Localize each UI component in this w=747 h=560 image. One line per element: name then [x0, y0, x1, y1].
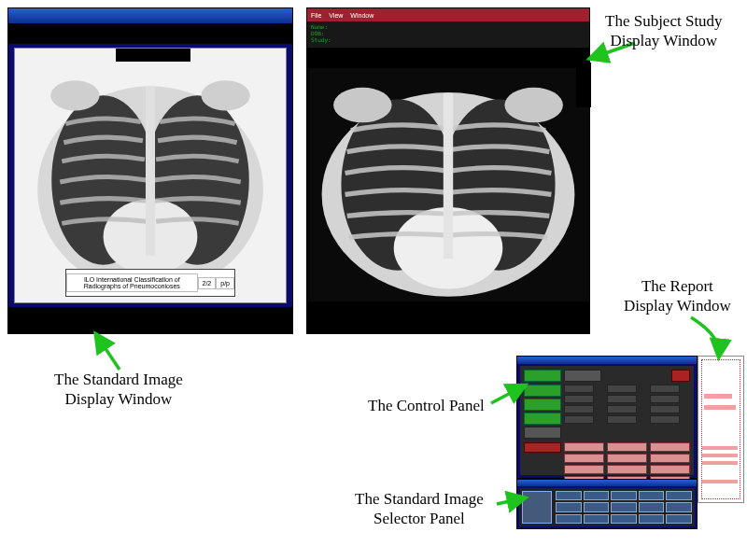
subject-study-display-window: File View Window Name: DOB: Study: [306, 7, 590, 334]
checkbox-row[interactable] [607, 415, 637, 424]
menu-item[interactable]: View [329, 12, 343, 19]
selector-cell[interactable] [556, 514, 582, 524]
selector-cell[interactable] [666, 502, 692, 511]
label-standard-image-selector: The Standard Image Selector Panel [355, 489, 484, 529]
value-field[interactable] [564, 465, 604, 474]
checkbox-row[interactable] [564, 395, 594, 403]
xray-film-standard: ILO International Classification of Radi… [14, 48, 287, 303]
selector-cell[interactable] [584, 502, 610, 511]
control-button[interactable] [524, 427, 561, 439]
checkbox-row[interactable] [650, 415, 680, 424]
redaction-bar [116, 49, 190, 62]
control-button[interactable] [564, 370, 601, 382]
report-mark [702, 480, 738, 483]
value-field[interactable] [650, 454, 690, 463]
report-mark [702, 461, 738, 465]
report-display-window [698, 356, 744, 503]
standard-image-display-window: ILO International Classification of Radi… [7, 7, 293, 334]
label-control-panel: The Control Panel [368, 396, 485, 415]
control-button[interactable] [671, 370, 690, 382]
control-button[interactable] [524, 442, 561, 453]
selector-cell[interactable] [556, 502, 582, 511]
svg-rect-5 [146, 86, 155, 255]
menu-item[interactable]: File [311, 12, 321, 19]
selector-cell[interactable] [556, 491, 582, 500]
report-mark [704, 394, 732, 399]
svg-point-15 [504, 88, 562, 122]
film-footer-strip: ILO International Classification of Radi… [65, 269, 235, 297]
window-titlebar [8, 8, 292, 23]
footer-code: 2/2 [198, 277, 217, 289]
selector-cell[interactable] [611, 502, 637, 511]
value-field[interactable] [564, 454, 604, 463]
svg-point-14 [333, 88, 392, 122]
label-report-display: The Report Display Window [624, 276, 731, 316]
value-field[interactable] [607, 442, 647, 452]
control-button[interactable] [524, 399, 561, 411]
info-line: Study: [311, 36, 585, 43]
letterbox-bottom [307, 301, 589, 333]
diagram-stage: ILO International Classification of Radi… [0, 0, 747, 560]
value-field[interactable] [650, 465, 690, 474]
label-standard-image-display: The Standard Image Display Window [54, 370, 183, 410]
svg-point-6 [50, 80, 99, 110]
footer-text: ILO International Classification of Radi… [66, 273, 198, 292]
control-button[interactable] [524, 385, 561, 397]
control-button[interactable] [524, 413, 561, 425]
chest-xray-icon [307, 68, 589, 301]
checkbox-row[interactable] [650, 395, 680, 403]
selector-thumbnail[interactable] [522, 491, 552, 524]
letterbox-bottom [8, 307, 292, 333]
label-subject-study-display: The Subject Study Display Window [605, 11, 723, 51]
checkbox-row[interactable] [650, 405, 680, 413]
standard-image-selector-panel [516, 479, 698, 529]
svg-line-17 [97, 336, 120, 370]
value-field[interactable] [607, 465, 647, 474]
report-mark [702, 454, 738, 457]
side-marker-tab [576, 63, 591, 107]
checkbox-row[interactable] [607, 395, 637, 403]
info-line: DOB: [311, 30, 585, 36]
svg-point-7 [201, 80, 249, 110]
selector-body [519, 488, 695, 526]
checkbox-row[interactable] [564, 385, 594, 393]
footer-quality: p/p [216, 277, 234, 289]
window-titlebar [517, 480, 697, 486]
selector-cell[interactable] [611, 491, 637, 500]
checkbox-row[interactable] [607, 405, 637, 413]
svg-rect-13 [444, 93, 453, 259]
chest-xray-icon [15, 49, 286, 302]
window-menubar: File View Window [307, 8, 589, 21]
menu-item[interactable]: Window [350, 12, 374, 19]
letterbox-top [307, 48, 589, 68]
letterbox-top [8, 23, 292, 44]
checkbox-row[interactable] [564, 405, 594, 413]
checkbox-row[interactable] [650, 385, 680, 393]
selector-cell[interactable] [666, 514, 692, 524]
checkbox-row[interactable] [607, 385, 637, 393]
value-field[interactable] [607, 454, 647, 463]
control-button[interactable] [524, 370, 561, 382]
selector-cell[interactable] [639, 502, 665, 511]
value-field[interactable] [650, 442, 690, 452]
selector-cell[interactable] [584, 514, 610, 524]
selector-cell[interactable] [611, 514, 637, 524]
control-panel-window [516, 356, 698, 479]
value-field[interactable] [564, 442, 604, 452]
selector-grid [556, 491, 692, 524]
xray-film-subject [307, 68, 589, 301]
report-mark [704, 405, 736, 410]
info-line: Name: [311, 23, 585, 30]
selector-cell[interactable] [639, 514, 665, 524]
report-mark [702, 446, 738, 450]
control-panel-body [520, 366, 694, 475]
selector-cell[interactable] [584, 491, 610, 500]
checkbox-row[interactable] [564, 415, 594, 424]
window-titlebar [517, 357, 697, 364]
selector-cell[interactable] [666, 491, 692, 500]
selector-cell[interactable] [639, 491, 665, 500]
